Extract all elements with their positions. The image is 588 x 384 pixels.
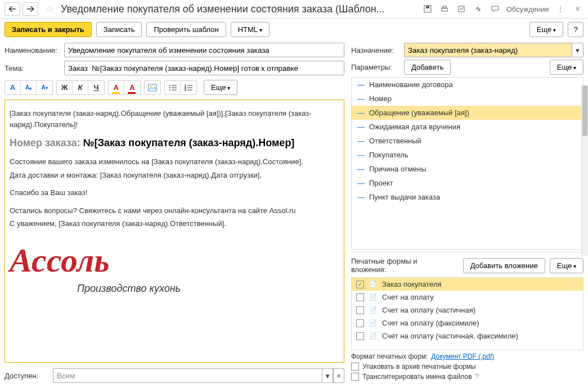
attachment-list[interactable]: ✓📄Заказ покупателя📄Счет на оплату📄Счет н… [351,277,583,350]
attachment-name: Счет на оплату [382,293,434,301]
attachment-item[interactable]: 📄Счет на оплату (факсимиле) [352,317,583,329]
editor-questions: Остались вопросы? Свяжитесь с нами через… [10,205,339,216]
name-label: Наименование: [5,46,61,55]
editor-thanks: Спасибо за Ваш заказ! [10,187,339,198]
attachment-name: Заказ покупателя [382,280,442,288]
access-input[interactable] [53,368,322,383]
param-dash-icon: — [357,137,365,145]
document-icon: 📄 [369,293,378,301]
link-icon[interactable] [473,4,484,14]
param-item-label: Номер [369,94,392,103]
help-button[interactable]: ? [568,22,583,37]
add-param-button[interactable]: Добавить [404,60,451,75]
format-toolbar: A A▴ A▾ Ж К Ч A A 123 Еще [5,79,344,96]
param-item[interactable]: —Причина отмены [352,162,583,176]
attachment-item[interactable]: 📄Счет на оплату [352,291,583,304]
favorite-star-icon[interactable]: ☆ [44,3,55,15]
translit-help-icon[interactable]: ? [475,373,479,381]
param-item-label: Проект [369,179,393,187]
param-item[interactable]: —Номер [352,92,583,106]
translit-checkbox[interactable] [351,373,359,381]
insert-image-button[interactable] [145,81,160,94]
translit-label: Транслитерировать имена файлов [362,373,472,381]
text-color-button[interactable]: A [124,81,140,94]
save-button[interactable]: Записать [96,22,142,37]
params-more-button[interactable]: Еще [550,60,583,75]
font-normal-button[interactable]: A [5,81,21,94]
bold-button[interactable]: Ж [57,81,73,94]
save-close-button[interactable]: Записать и закрыть [5,22,92,37]
editor-body[interactable]: [Заказ покупателя (заказ-наряд).Обращени… [5,100,344,363]
attachment-checkbox[interactable] [356,332,364,340]
archive-checkbox[interactable] [351,363,359,371]
attachment-item[interactable]: ✓📄Заказ покупателя [352,278,583,291]
purpose-dropdown-button[interactable]: ▾ [572,43,583,57]
attachment-checkbox[interactable] [356,293,364,301]
attachment-checkbox[interactable] [356,306,364,314]
attachment-item[interactable]: 📄Счет на оплату (частичная, факсимиле) [352,329,583,342]
nav-forward-button[interactable] [23,2,38,16]
name-input[interactable] [64,43,344,57]
highlight-button[interactable]: A [109,81,124,94]
param-item-label: Наименование договора [369,80,453,89]
discuss-icon[interactable] [490,4,501,14]
param-item[interactable]: —Ожидаемая дата вручения [352,120,583,134]
menu-dots-icon[interactable]: ⋮ [555,4,566,14]
access-dropdown-button[interactable]: ▾ [322,368,333,383]
svg-point-9 [169,87,170,88]
document-icon: 📄 [369,319,378,327]
number-list-button[interactable]: 123 [181,81,196,94]
close-button[interactable]: × [572,4,583,14]
add-attachment-button[interactable]: Добавить вложение [463,258,545,273]
bullet-list-button[interactable] [165,81,181,94]
param-item-label: Обращение (уважаемый [ая]) [369,109,469,117]
main-toolbar: Записать и закрыть Записать Проверить ша… [0,19,588,40]
param-item[interactable]: —Покупатель [352,148,583,162]
window-title: Уведомление покупателя об изменении сост… [61,3,420,15]
param-dash-icon: — [357,94,365,103]
attachment-name: Счет на оплату (частичная, факсимиле) [382,332,518,340]
purpose-input[interactable] [404,43,572,57]
italic-button[interactable]: К [73,81,88,94]
svg-text:3: 3 [185,88,186,91]
params-label: Параметры: [351,63,401,71]
format-more-button[interactable]: Еще [204,80,237,95]
font-smaller-button[interactable]: A▾ [37,81,52,94]
param-scrollbar[interactable] [581,85,588,256]
param-item-label: Ответственный [369,137,421,145]
attachment-checkbox[interactable] [356,319,364,327]
document-icon: 📄 [369,332,378,340]
html-button[interactable]: HTML [231,22,270,37]
print-format-label: Формат печатных форм: [351,353,428,360]
access-label: Доступен: [5,372,50,380]
check-template-button[interactable]: Проверить шаблон [146,22,226,37]
param-item[interactable]: —Пункт выдачи заказа [352,190,583,204]
param-list[interactable]: —Наименование договора—Номер—Обращение (… [351,77,583,250]
param-dash-icon: — [357,151,365,159]
save-icon[interactable] [422,4,433,14]
param-item[interactable]: —Проект [352,176,583,190]
param-dash-icon: — [357,179,365,187]
svg-rect-1 [426,6,429,8]
window-header: ☆ Уведомление покупателя об изменении со… [0,0,588,19]
font-larger-button[interactable]: A▴ [21,81,37,94]
discuss-label[interactable]: Обсуждение [506,5,549,13]
print-icon[interactable] [439,4,450,14]
attach-more-button[interactable]: Еще [550,258,583,273]
print-format-link[interactable]: Документ PDF (.pdf) [431,353,494,360]
param-item-label: Пункт выдачи заказа [369,193,440,201]
param-item[interactable]: —Наименование договора [352,78,583,92]
attachment-item[interactable]: 📄Счет на оплату (частичная) [352,304,583,317]
param-item-label: Ожидаемая дата вручения [369,123,460,131]
subject-input[interactable] [64,61,344,75]
nav-back-button[interactable] [5,2,20,16]
editor-state: Состояние вашего заказа изменилось на [З… [10,156,339,168]
access-clear-button[interactable]: × [333,368,344,383]
underline-button[interactable]: Ч [88,81,104,94]
param-item[interactable]: —Ответственный [352,134,583,148]
report-icon[interactable] [456,4,467,14]
attachment-checkbox[interactable]: ✓ [356,281,364,288]
archive-label: Упаковать в архив печатные формы [362,363,476,371]
more-button[interactable]: Еще [529,22,563,37]
param-item[interactable]: —Обращение (уважаемый [ая]) [352,106,583,120]
